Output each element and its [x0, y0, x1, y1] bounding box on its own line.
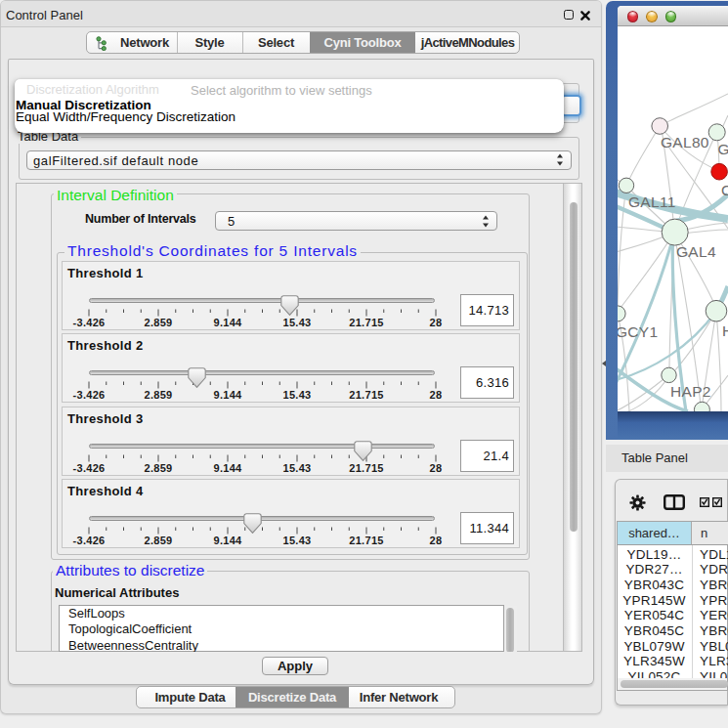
- svg-text:GAL7: GAL7: [718, 141, 728, 157]
- svg-text:C: C: [721, 182, 728, 198]
- svg-text:GAL80: GAL80: [661, 134, 709, 150]
- svg-text:HAP2: HAP2: [670, 383, 711, 400]
- svg-text:GCY1: GCY1: [618, 323, 658, 340]
- svg-text:H: H: [722, 322, 728, 339]
- svg-text:GAL4: GAL4: [676, 243, 716, 260]
- svg-text:GAL11: GAL11: [628, 193, 676, 210]
